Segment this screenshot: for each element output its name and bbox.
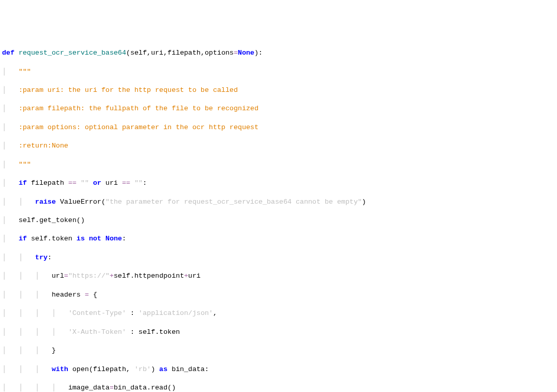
code-line: │ │ │ │ 'Content-Type' : 'application/js…	[2, 309, 555, 318]
code-block: def request_ocr_service_base64(self,uri,…	[2, 39, 555, 392]
code-line: │ │ │ headers = {	[2, 290, 555, 300]
code-line: │ │ │ with open(filepath, 'rb') as bin_d…	[2, 365, 555, 374]
code-line: │ │ │ │ 'X-Auth-Token' : self.token	[2, 328, 555, 337]
code-line: │ :param filepath: the fullpath of the f…	[2, 104, 555, 113]
code-line: │ :param options: optional parameter in …	[2, 123, 555, 132]
code-line: │ │ try:	[2, 253, 555, 262]
code-line: │ if self.token is not None:	[2, 234, 555, 243]
code-line: │ """	[2, 160, 555, 169]
code-line: │ │ │ url="https://"+self.httpendpoint+u…	[2, 272, 555, 281]
code-line: │ """	[2, 67, 555, 77]
code-line: def request_ocr_service_base64(self,uri,…	[2, 48, 555, 58]
code-line: │ │ │ │ image_data=bin_data.read()	[2, 383, 555, 392]
code-line: │ :param uri: the uri for the http reque…	[2, 86, 555, 95]
code-line: │ │ raise ValueError("the parameter for …	[2, 198, 555, 207]
code-line: │ self.get_token()	[2, 216, 555, 225]
code-line: │ │ │ }	[2, 346, 555, 355]
code-line: │ if filepath == "" or uri == "":	[2, 179, 555, 188]
code-line: │ :return:None	[2, 141, 555, 151]
